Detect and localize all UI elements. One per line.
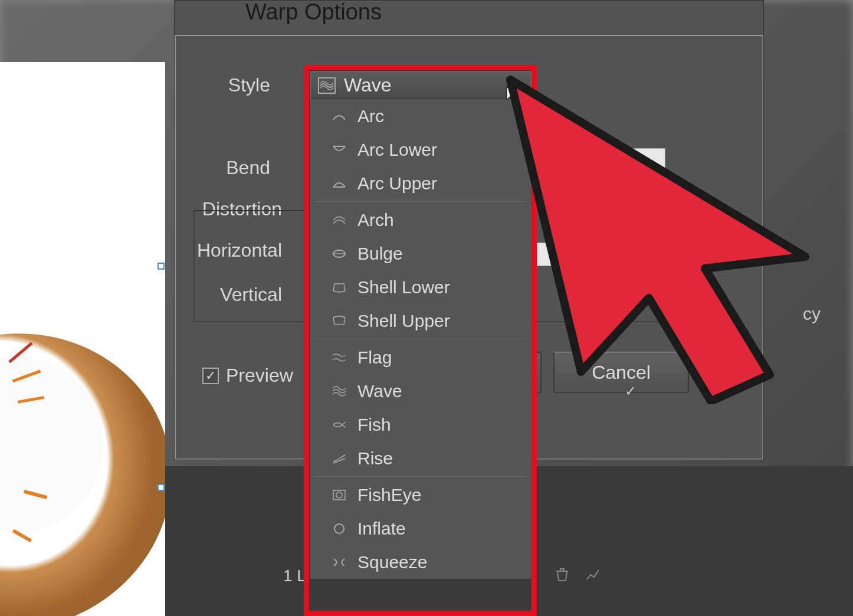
arc-icon: [330, 109, 348, 124]
dropdown-selected-text: Wave: [344, 74, 392, 96]
dropdown-item-label: Inflate: [357, 519, 406, 539]
dropdown-item-bulge[interactable]: Bulge: [310, 237, 532, 270]
cancel-button[interactable]: Cancel: [553, 352, 689, 393]
chevron-down-icon: ▾: [520, 81, 524, 90]
preview-checkbox[interactable]: ✓: [202, 368, 219, 384]
dropdown-item-squeeze[interactable]: Squeeze: [310, 545, 532, 579]
dropdown-item-fisheye[interactable]: FishEye: [310, 478, 532, 512]
preview-checkbox-row[interactable]: ✓ Preview: [202, 365, 293, 386]
squeeze-icon: [330, 555, 348, 570]
arch-icon: [330, 212, 348, 228]
dropdown-item-arc-lower[interactable]: Arc Lower: [310, 133, 532, 166]
dropdown-item-arc-upper[interactable]: Arc Upper: [310, 166, 532, 200]
dropdown-item-label: FishEye: [357, 485, 421, 505]
inflate-icon: [330, 521, 348, 536]
dropdown-item-shell-lower[interactable]: Shell Lower: [310, 270, 532, 304]
dropdown-separator: [314, 476, 527, 477]
artwork-clock[interactable]: [0, 316, 165, 616]
dropdown-item-label: Bulge: [357, 244, 403, 264]
dropdown-selected-row[interactable]: Wave ▾: [310, 71, 532, 99]
fisheye-icon: [330, 487, 348, 503]
shell-lower-icon: [330, 280, 348, 295]
dropdown-item-label: Flag: [357, 348, 392, 368]
dialog-title: Warp Options: [245, 0, 382, 25]
dropdown-item-label: Arc Upper: [357, 173, 437, 194]
selection-handle[interactable]: [158, 484, 165, 491]
dropdown-item-label: Squeeze: [357, 552, 427, 572]
cursor-icon: [506, 86, 517, 107]
dropdown-separator: [314, 201, 527, 202]
bend-label: Bend: [211, 157, 270, 179]
dropdown-item-wave[interactable]: Wave: [310, 374, 532, 408]
dropdown-item-inflate[interactable]: Inflate: [310, 512, 532, 545]
canvas-area[interactable]: [0, 62, 165, 616]
dropdown-item-arch[interactable]: Arch: [310, 203, 532, 237]
dropdown-item-label: Arc Lower: [357, 140, 437, 160]
fish-icon: [330, 417, 348, 432]
wave-icon: [330, 384, 348, 399]
dropdown-separator: [314, 339, 527, 339]
options-icon[interactable]: [585, 566, 603, 585]
wave-icon: [318, 77, 336, 94]
svg-point-3: [336, 492, 342, 498]
preview-label: Preview: [226, 365, 293, 386]
dropdown-item-fish[interactable]: Fish: [310, 408, 532, 441]
partial-text-cy: cy: [803, 304, 821, 324]
dropdown-item-rise[interactable]: Rise: [310, 441, 532, 475]
dropdown-list: Arc Arc Lower Arc Upper Arch Bulge Shell…: [310, 99, 532, 579]
dropdown-item-label: Shell Upper: [357, 311, 450, 331]
dropdown-item-label: Arch: [357, 210, 394, 230]
flag-icon: [330, 350, 348, 365]
dropdown-item-flag[interactable]: Flag: [310, 340, 532, 374]
shell-upper-icon: [330, 313, 348, 329]
dropdown-item-label: Fish: [357, 415, 391, 435]
dropdown-item-label: Arc: [357, 106, 384, 126]
arc-upper-icon: [330, 176, 348, 191]
rise-icon: [330, 451, 348, 466]
layer-count-text: 1 L: [283, 566, 306, 585]
dropdown-item-shell-upper[interactable]: Shell Upper: [310, 304, 532, 338]
arc-lower-icon: [330, 142, 348, 158]
dropdown-item-arc[interactable]: Arc: [310, 99, 532, 133]
dropdown-item-label: Wave: [357, 381, 402, 401]
selection-handle[interactable]: [158, 263, 165, 270]
style-dropdown[interactable]: Wave ▾ Arc Arc Lower Arc Upper Arch Bulg…: [309, 70, 532, 579]
style-label: Style: [205, 74, 270, 96]
bulge-icon: [330, 246, 348, 261]
svg-point-4: [334, 524, 344, 533]
dropdown-item-label: Rise: [357, 448, 393, 468]
trash-icon[interactable]: [554, 566, 573, 585]
dropdown-item-label: Shell Lower: [357, 277, 450, 297]
